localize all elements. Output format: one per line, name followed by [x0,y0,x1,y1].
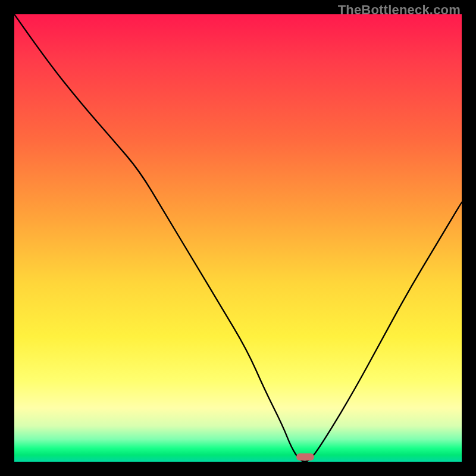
curve-layer [14,14,462,462]
bottleneck-curve [14,14,462,462]
plot-area [14,14,462,462]
watermark-text: TheBottleneck.com [338,2,461,18]
optimal-marker [296,453,314,461]
chart-frame: TheBottleneck.com [0,0,476,476]
